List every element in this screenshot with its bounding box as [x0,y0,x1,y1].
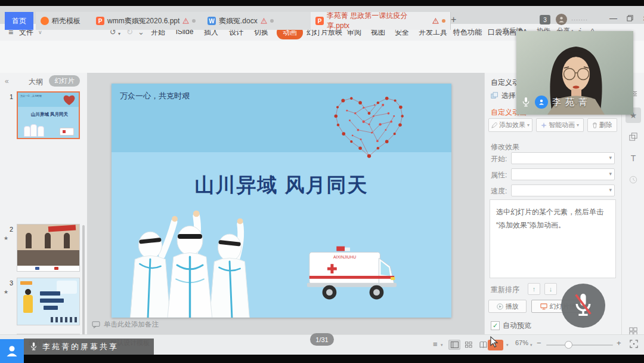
notes-icon [92,321,100,328]
screen-share-view: 首页 稻壳模板 P wmm窦娥冤2020.6.ppt W 窦娥冤.docx P … [0,0,644,363]
slide-counter-pill: 1/31 [310,333,334,346]
zoom-in-button[interactable]: + [617,339,621,347]
tab-docer-templates[interactable]: 稻壳模板 [36,12,96,30]
selection-pane-icon [491,92,499,100]
tab-close-dot[interactable] [192,19,196,23]
ambulance-text: AIXINJIUHU [333,255,356,259]
slide-title[interactable]: 山川异域 风月同天 [112,172,451,199]
delete-effect-button[interactable]: 删除 [587,118,617,132]
mute-microphone-button[interactable] [561,284,605,328]
dropdown-icon: ▾ [609,155,612,161]
animation-hint-box: 选中幻灯片的某个元素，然后单击“添加效果”添加动画。 [490,199,616,278]
network-heart-graphic[interactable] [321,88,417,166]
fit-screen-icon[interactable] [630,340,638,348]
participant-name: 李苑菁 [552,97,592,108]
editing-canvas[interactable]: 万众一心，共克时艰 山川异域 风月 [87,73,484,334]
tab-document-2[interactable]: W 窦娥冤.docx [203,12,312,30]
slide-corner-text[interactable]: 万众一心，共克时艰 [120,91,190,101]
menu-item-features[interactable]: 特色功能 [453,27,482,38]
restore-button[interactable] [627,15,633,21]
slide-number: 3 [5,279,13,287]
thumbnail-illustration-art [17,278,79,325]
checkbox-checked-icon: ✓ [491,321,500,330]
tab-outline[interactable]: 大纲 [29,77,43,87]
person-icon [558,16,565,23]
participant-webcam[interactable]: 李苑菁 [516,31,633,115]
document-count-badge[interactable]: 3 [540,15,550,24]
sharer-avatar-tile[interactable] [0,339,24,363]
dropdown-icon: ▾ [609,187,612,193]
start-dropdown[interactable]: ▾ [511,152,615,164]
sorter-view-button[interactable] [463,340,475,350]
notes-bar[interactable]: 单击此处添加备注 [92,320,159,329]
mic-on-icon [521,96,531,108]
animation-star-icon: ★ [4,289,8,295]
zoom-slider-knob[interactable] [565,341,572,349]
tab-slides-active[interactable]: 幻灯片 [49,75,80,87]
screen-share-label: 李苑菁的屏幕共享 [42,342,119,352]
modify-effect-label: 修改效果 [491,142,519,152]
person-icon [538,99,545,106]
new-tab-button[interactable]: + [451,14,456,25]
reading-view-icon [479,342,487,348]
slide-number: 1 [5,93,13,100]
add-effect-button[interactable]: 添加效果 ▾ [488,118,532,132]
collapse-panel-icon[interactable]: « [5,77,9,85]
participant-avatar-icon [535,96,548,109]
smart-animation-button-pane[interactable]: 智能动画 ▾ [536,118,584,132]
reorder-down-button[interactable]: ↓ [544,283,557,295]
slideshow-icon [540,303,547,310]
screen-share-banner[interactable]: 李苑菁的屏幕共享 [24,339,154,355]
sparkle-icon [541,122,547,128]
notes-placeholder: 单击此处添加备注 [104,320,159,329]
zoom-dropdown-icon[interactable]: ▾ [530,343,532,347]
slide-thumbnail-panel: « 大纲 幻灯片 1 万众一心，共克时艰 山川异域 风月同天 2 ★ [0,73,88,334]
tab-document-1[interactable]: P wmm窦娥冤2020.6.ppt [91,12,204,30]
account-avatar[interactable] [556,14,567,25]
heart-icon [62,94,76,106]
reorder-up-button[interactable]: ↑ [528,283,540,295]
minimize-button[interactable]: — [609,14,617,23]
person-icon [5,344,19,358]
warning-icon [182,18,189,24]
tab-document-3-active[interactable]: P 李苑菁 思政第一课抗疫分享.pptx [311,12,451,30]
slide-thumbnail-3[interactable] [17,278,80,325]
slide-thumbnail-2[interactable] [17,224,80,272]
speed-dropdown[interactable]: ▾ [511,184,615,196]
slide-thumbnail-1[interactable]: 万众一心，共克时艰 山川异域 风月同天 [17,91,80,139]
clock-icon [629,176,637,184]
window-tab-bar: 首页 稻壳模板 P wmm窦娥冤2020.6.ppt W 窦娥冤.docx P … [0,6,644,24]
account-name-masked: ······· [571,17,588,23]
text-tool-icon: T [631,153,636,163]
medical-workers-graphic[interactable] [120,209,260,318]
notes-toggle-icon[interactable]: ≡ [433,340,438,349]
mic-muted-icon [572,292,595,319]
play-dropdown-icon[interactable]: ▾ [506,343,509,347]
reorder-label: 重新排序 [491,285,519,295]
zoom-out-button[interactable]: − [537,339,541,347]
file-caret-icon[interactable]: ∨ [38,29,42,35]
ambulance-graphic[interactable]: AIXINJIUHU [301,240,401,310]
auto-preview-checkbox[interactable]: ✓ 自动预览 [491,321,531,331]
slide-canvas[interactable]: 万众一心，共克时艰 山川异域 风月 [112,84,451,318]
tab-close-dot[interactable] [442,19,445,23]
history-tool[interactable] [626,172,641,187]
zoom-level[interactable]: 67% [515,339,528,346]
doc-file-icon: W [208,17,216,25]
play-button[interactable]: 播放 [488,300,527,313]
undo-dropdown-icon[interactable]: ▾ [118,30,120,38]
tab-close-dot[interactable] [270,19,274,23]
thumbnail-slide-art: 万众一心，共克时艰 山川异域 风月同天 [18,93,79,138]
selection-tool[interactable] [626,129,641,144]
reading-view-button[interactable] [477,340,489,350]
tab-home[interactable]: 首页 [5,12,33,30]
zoom-slider-track[interactable] [546,344,613,346]
property-dropdown[interactable]: ▾ [511,168,615,180]
thumbnail-photo-art [17,224,79,271]
normal-view-button[interactable] [448,340,460,350]
text-tool[interactable]: T [626,150,641,166]
speed-label: 速度: [491,186,507,196]
pencil-icon [491,122,497,128]
dropdown-icon[interactable]: ▾ [441,343,443,347]
layers-icon [629,133,637,141]
